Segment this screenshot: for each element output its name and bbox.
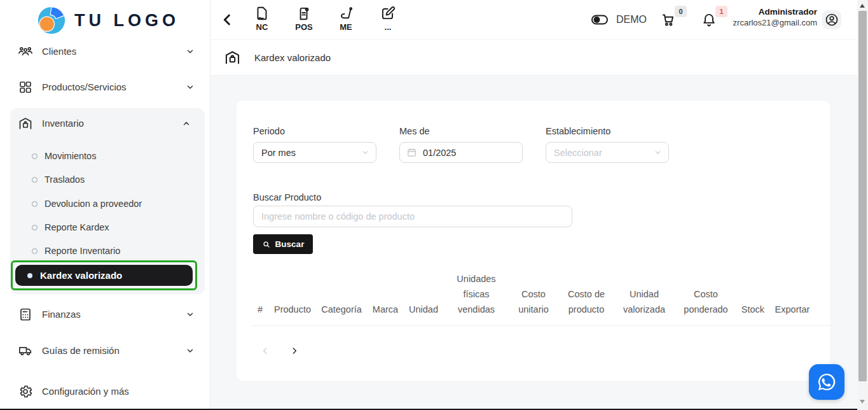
- back-chevron-icon[interactable]: [219, 11, 237, 29]
- buscar-button[interactable]: Buscar: [253, 234, 313, 254]
- column-header: Exportar: [768, 302, 816, 317]
- buscar-producto-label: Buscar Producto: [253, 192, 321, 202]
- avatar-icon: [824, 12, 839, 27]
- periodo-select[interactable]: Por mes: [253, 142, 376, 163]
- bullet-ring-icon: [32, 225, 38, 230]
- sidebar: TU LOGO Clientes Productos/Servicios: [0, 0, 210, 409]
- pagination-next-button[interactable]: [286, 343, 303, 359]
- scroll-down-arrow-icon[interactable]: [860, 400, 865, 404]
- sidebar-subitem-label: Movimientos: [45, 151, 96, 161]
- grid-icon: [18, 80, 33, 95]
- column-header: Unidades físicas vendidas: [444, 271, 509, 317]
- chevron-down-icon: [361, 148, 369, 157]
- brand-logo[interactable]: TU LOGO: [37, 6, 179, 35]
- table-header-row: # Producto Categoría Marca Unidad Unidad…: [251, 271, 830, 326]
- truck-icon: [18, 343, 33, 358]
- chevron-down-icon: [186, 346, 195, 355]
- signature-pen-icon: [331, 5, 361, 22]
- sidebar-item-label: Guías de remisión: [42, 338, 120, 364]
- sidebar-subitem-kardex-valorizado[interactable]: Kardex valorizado: [15, 265, 193, 286]
- user-email: zrcarlos21@gmail.com: [733, 18, 817, 27]
- sidebar-subitem-movimientos[interactable]: Movimientos: [32, 148, 96, 164]
- column-header: Marca: [368, 302, 403, 317]
- kardex-card: Periodo Por mes Mes de Establecimiento S…: [237, 101, 830, 381]
- notifications-badge: 1: [715, 6, 727, 17]
- scrollbar-thumb[interactable]: [858, 11, 867, 381]
- sidebar-item-label: Configuración y más: [42, 379, 129, 404]
- sidebar-subitem-reporte-kardex[interactable]: Reporte Kardex: [32, 219, 109, 236]
- mes-input[interactable]: [399, 142, 523, 163]
- topbar-button-nc[interactable]: NC: [247, 5, 277, 32]
- chevron-down-icon: [186, 83, 195, 92]
- demo-toggle[interactable]: DEMO: [590, 0, 647, 39]
- column-header: Costo de producto: [558, 286, 614, 317]
- sidebar-item-clientes[interactable]: Clientes: [0, 39, 210, 64]
- cart-button[interactable]: 0: [659, 0, 687, 39]
- column-header: Unidad valorizada: [614, 286, 674, 317]
- sidebar-subitem-reporte-inventario[interactable]: Reporte Inventario: [32, 243, 120, 259]
- pagination-prev-button[interactable]: [257, 343, 273, 359]
- sidebar-subitem-label: Reporte Kardex: [45, 222, 109, 232]
- warehouse-icon: [18, 116, 33, 131]
- document-icon: [247, 5, 277, 22]
- main-content: Periodo Por mes Mes de Establecimiento S…: [210, 76, 857, 409]
- column-header: Stock: [738, 302, 768, 317]
- cart-badge: 0: [675, 6, 687, 17]
- column-header: Producto: [270, 302, 315, 317]
- sidebar-item-inventario[interactable]: Inventario: [10, 112, 205, 135]
- chevron-down-icon: [186, 47, 195, 56]
- establecimiento-label: Establecimiento: [546, 126, 610, 136]
- column-header: #: [251, 302, 270, 317]
- warehouse-icon: [224, 49, 241, 66]
- topbar-button-label: ...: [373, 22, 403, 32]
- sidebar-item-label: Clientes: [42, 39, 76, 64]
- sidebar-subitem-label: Reporte Inventario: [45, 246, 120, 256]
- gear-icon: [18, 384, 33, 399]
- brand-logo-icon: [37, 6, 66, 35]
- topbar-button-more[interactable]: ...: [373, 5, 403, 32]
- chevron-down-icon: [186, 310, 195, 319]
- receipt-icon: [289, 5, 319, 22]
- user-name: Administrador: [733, 7, 817, 17]
- establecimiento-select[interactable]: Seleccionar: [546, 142, 669, 163]
- column-header: Categoría: [315, 302, 368, 317]
- search-input[interactable]: [253, 206, 572, 227]
- sidebar-subitem-label: Devolucion a proveedor: [45, 199, 142, 209]
- sidebar-subitem-label: Traslados: [45, 174, 85, 185]
- sidebar-group-inventario: Inventario Movimientos Traslados Devoluc…: [10, 108, 205, 294]
- edit-compose-icon: [373, 5, 403, 22]
- breadcrumb: Kardex valorizado: [210, 40, 857, 76]
- sidebar-subitem-traslados[interactable]: Traslados: [32, 171, 85, 188]
- sidebar-subitem-devolucion[interactable]: Devolucion a proveedor: [32, 195, 142, 212]
- bullet-ring-icon: [32, 153, 38, 159]
- topbar-button-label: NC: [247, 22, 277, 32]
- chevron-down-icon: [654, 148, 662, 157]
- column-header: Costo ponderado: [674, 286, 738, 317]
- whatsapp-icon: [815, 370, 839, 394]
- notifications-button[interactable]: 1: [699, 0, 727, 39]
- sidebar-item-label: Productos/Servicios: [42, 74, 127, 100]
- topbar-button-label: POS: [289, 22, 319, 32]
- periodo-value: Por mes: [261, 148, 296, 158]
- whatsapp-button[interactable]: [809, 364, 844, 400]
- pagination: [257, 343, 303, 359]
- page-title: Kardex valorizado: [254, 40, 331, 75]
- sidebar-item-configuracion[interactable]: Configuración y más: [0, 379, 210, 404]
- topbar-button-me[interactable]: ME: [331, 5, 361, 32]
- sidebar-item-guias[interactable]: Guías de remisión: [0, 338, 210, 364]
- sidebar-item-label: Inventario: [42, 112, 84, 135]
- topbar-button-pos[interactable]: POS: [289, 5, 319, 32]
- topbar-button-label: ME: [331, 22, 361, 32]
- chevron-up-icon: [182, 119, 191, 128]
- topbar: NC POS ME ...: [210, 0, 857, 40]
- scroll-up-arrow-icon[interactable]: [860, 4, 865, 8]
- sidebar-item-productos[interactable]: Productos/Servicios: [0, 74, 210, 100]
- periodo-label: Periodo: [253, 126, 285, 136]
- user-menu[interactable]: Administrador zrcarlos21@gmail.com: [733, 7, 817, 27]
- buscar-button-label: Buscar: [275, 239, 305, 249]
- sidebar-item-label: Finanzas: [42, 302, 81, 327]
- avatar[interactable]: [822, 10, 841, 29]
- bullet-ring-icon: [32, 177, 38, 183]
- sidebar-item-finanzas[interactable]: Finanzas: [0, 302, 210, 327]
- bullet-ring-icon: [32, 248, 38, 254]
